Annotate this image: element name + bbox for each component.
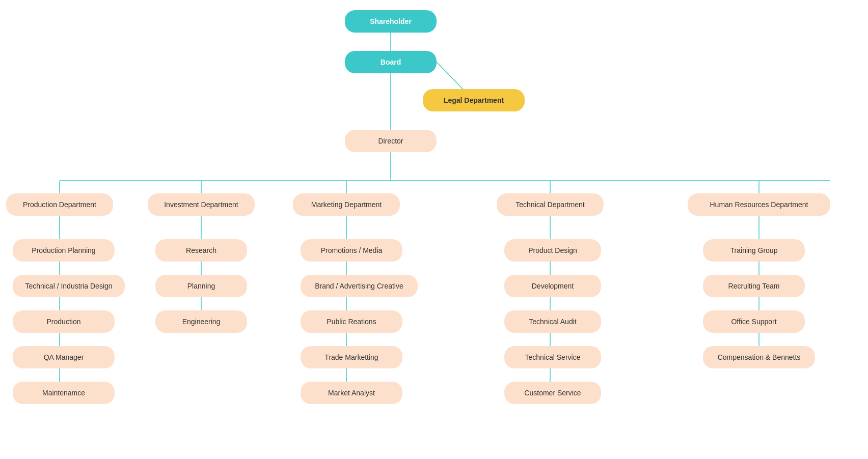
node-brand: Brand / Advertising Creative	[301, 275, 418, 297]
node-recruiting: Recrulting Team	[703, 275, 805, 297]
node-market_analyst: Market Analyst	[301, 382, 402, 404]
node-customer_service: Customer Service	[504, 382, 601, 404]
node-board: Board	[345, 51, 437, 73]
node-engineering: Engineering	[155, 310, 247, 333]
node-production: Production	[13, 310, 115, 333]
node-inv_dept: Investment Department	[148, 193, 255, 216]
node-trade: Trade Marketting	[301, 346, 402, 368]
node-qa: QA Manager	[13, 346, 115, 368]
node-tech_audit: Technical Audit	[504, 310, 601, 333]
node-prod_dept: Production Department	[6, 193, 113, 216]
node-tech_service: Technical Service	[504, 346, 601, 368]
org-chart: ShareholderBoardLegal DepartmentDirector…	[0, 0, 868, 459]
node-prod_planning: Production Planning	[13, 239, 115, 262]
node-mkt_dept: Marketing Department	[293, 193, 400, 216]
node-public_rel: Public Reations	[301, 310, 402, 333]
node-planning: Planning	[155, 275, 247, 297]
node-development: Development	[504, 275, 601, 297]
node-research: Research	[155, 239, 247, 262]
node-director: Director	[345, 130, 437, 152]
node-tech_ind: Technical / Industria Design	[13, 275, 125, 297]
node-product_design: Product Design	[504, 239, 601, 262]
node-office_support: Office Support	[703, 310, 805, 333]
node-training: Training Group	[703, 239, 805, 262]
node-legal: Legal Department	[423, 89, 525, 111]
node-hr_dept: Human Resources Department	[688, 193, 830, 216]
node-compensation: Compensation & Bennetts	[703, 346, 815, 368]
node-maintenance: Maintenamce	[13, 382, 115, 404]
node-promo: Promotions / Media	[301, 239, 402, 262]
node-shareholder: Shareholder	[345, 10, 437, 33]
node-tech_dept: Technical Department	[497, 193, 604, 216]
